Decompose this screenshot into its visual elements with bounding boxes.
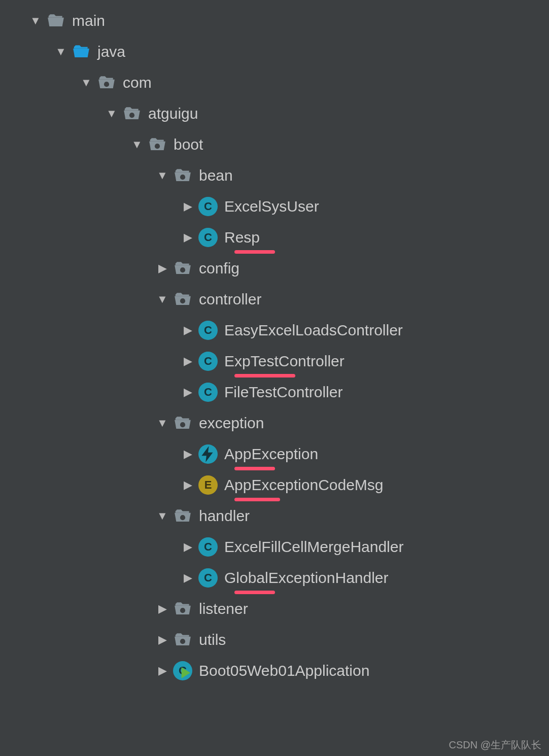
tree-row[interactable]: EAppExceptionCodeMsg: [0, 469, 549, 500]
tree-item-label: ExcelFillCellMergeHandler: [224, 539, 403, 555]
svg-point-3: [180, 175, 185, 180]
tree-item-label: java: [97, 44, 125, 59]
tree-item-label: Boot05Web01Application: [199, 663, 369, 678]
svg-point-8: [180, 608, 185, 613]
tree-row[interactable]: CGlobalExceptionHandler: [0, 562, 549, 593]
folder-src-icon: [71, 42, 91, 62]
package-icon: [173, 413, 193, 433]
expand-arrow-down-icon[interactable]: [127, 138, 147, 151]
tree-row[interactable]: utils: [0, 624, 549, 655]
expand-arrow-down-icon[interactable]: [152, 509, 173, 523]
expand-arrow-right-icon[interactable]: [178, 386, 198, 399]
package-icon: [173, 630, 193, 650]
tree-item-label: EasyExcelLoadsController: [224, 323, 403, 338]
expand-arrow-right-icon[interactable]: [178, 448, 198, 461]
tree-item-label: config: [199, 261, 239, 276]
spring-class-icon: C: [173, 661, 193, 681]
tree-row[interactable]: bean: [0, 160, 549, 191]
expand-arrow-down-icon[interactable]: [25, 14, 46, 27]
tree-item-label: com: [123, 75, 152, 90]
expand-arrow-down-icon[interactable]: [101, 107, 122, 120]
class-icon: C: [198, 196, 218, 217]
expand-arrow-right-icon[interactable]: [152, 262, 173, 275]
tree-item-label: atguigu: [148, 106, 198, 121]
svg-point-0: [104, 82, 109, 87]
tree-row[interactable]: CEasyExcelLoadsController: [0, 315, 549, 346]
tree-row[interactable]: java: [0, 36, 549, 67]
class-icon: C: [198, 227, 218, 248]
svg-point-2: [155, 144, 160, 149]
expand-arrow-right-icon[interactable]: [178, 540, 198, 554]
tree-row[interactable]: config: [0, 253, 549, 284]
watermark: CSDN @生产队队长: [449, 738, 541, 752]
expand-arrow-down-icon[interactable]: [51, 45, 71, 58]
class-icon: C: [198, 320, 218, 340]
tree-item-label: AppExceptionCodeMsg: [224, 477, 384, 493]
expand-arrow-right-icon[interactable]: [178, 355, 198, 368]
tree-row[interactable]: boot: [0, 129, 549, 160]
tree-row[interactable]: AppException: [0, 438, 549, 469]
tree-row[interactable]: main: [0, 5, 549, 36]
package-icon: [173, 165, 193, 186]
expand-arrow-down-icon[interactable]: [152, 417, 173, 430]
class-icon: C: [198, 568, 218, 588]
tree-item-label: ExcelSysUser: [224, 199, 319, 214]
svg-point-1: [129, 113, 134, 118]
tree-item-label: GlobalExceptionHandler: [224, 570, 389, 586]
package-icon: [173, 289, 193, 310]
project-tree: mainjavacomatguigubootbeanCExcelSysUserC…: [0, 5, 549, 686]
expand-arrow-right-icon[interactable]: [178, 478, 198, 492]
tree-item-label: boot: [174, 137, 203, 152]
enum-icon: E: [198, 475, 218, 495]
tree-item-label: exception: [199, 416, 264, 431]
expand-arrow-right-icon[interactable]: [152, 602, 173, 615]
tree-row[interactable]: listener: [0, 593, 549, 624]
tree-item-label: bean: [199, 168, 233, 183]
package-icon: [147, 134, 167, 155]
svg-point-7: [180, 515, 185, 520]
expand-arrow-right-icon[interactable]: [152, 664, 173, 677]
expand-arrow-down-icon[interactable]: [152, 169, 173, 182]
svg-point-5: [180, 298, 185, 303]
tree-item-label: listener: [199, 601, 248, 616]
tree-row[interactable]: handler: [0, 500, 549, 531]
tree-row[interactable]: CFileTestController: [0, 376, 549, 407]
expand-arrow-down-icon[interactable]: [152, 293, 173, 306]
tree-row[interactable]: CBoot05Web01Application: [0, 655, 549, 686]
package-icon: [173, 258, 193, 279]
tree-item-label: FileTestController: [224, 385, 342, 400]
tree-row[interactable]: com: [0, 67, 549, 98]
package-icon: [173, 506, 193, 526]
class-icon: C: [198, 382, 218, 402]
svg-point-9: [180, 639, 185, 644]
tree-item-label: controller: [199, 292, 261, 307]
tree-row[interactable]: CExcelSysUser: [0, 191, 549, 222]
expand-arrow-right-icon[interactable]: [152, 633, 173, 646]
package-icon: [96, 73, 117, 93]
tree-row[interactable]: atguigu: [0, 98, 549, 129]
expand-arrow-right-icon[interactable]: [178, 571, 198, 585]
package-icon: [122, 104, 142, 124]
tree-item-label: AppException: [224, 446, 318, 462]
expand-arrow-down-icon[interactable]: [76, 76, 96, 89]
tree-item-label: handler: [199, 508, 250, 524]
tree-row[interactable]: CResp: [0, 222, 549, 253]
svg-point-4: [180, 267, 185, 272]
class-icon: C: [198, 537, 218, 557]
exception-icon: [198, 444, 218, 464]
tree-item-label: Resp: [224, 230, 260, 245]
tree-item-label: main: [72, 13, 105, 28]
class-icon: C: [198, 351, 218, 371]
tree-row[interactable]: controller: [0, 284, 549, 315]
tree-item-label: utils: [199, 632, 226, 647]
tree-row[interactable]: exception: [0, 407, 549, 438]
expand-arrow-right-icon[interactable]: [178, 231, 198, 244]
tree-row[interactable]: CExcelFillCellMergeHandler: [0, 531, 549, 562]
expand-arrow-right-icon[interactable]: [178, 200, 198, 213]
svg-point-6: [180, 422, 185, 427]
tree-item-label: ExpTestController: [224, 354, 345, 369]
folder-open-icon: [46, 11, 66, 31]
package-icon: [173, 599, 193, 619]
tree-row[interactable]: CExpTestController: [0, 346, 549, 376]
expand-arrow-right-icon[interactable]: [178, 324, 198, 337]
